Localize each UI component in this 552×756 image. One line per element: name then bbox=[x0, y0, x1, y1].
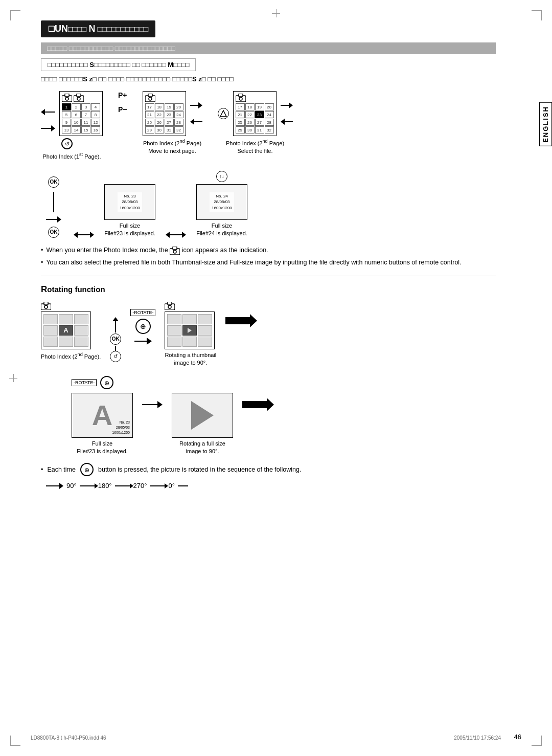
grid-cell-3-21: 21 bbox=[236, 111, 245, 118]
grid-cell-1-3: 3 bbox=[81, 103, 90, 110]
grid-cell-2-21: 21 bbox=[145, 111, 154, 118]
footer-right: 2005/11/10 17:56:24 bbox=[454, 735, 501, 741]
file-info-2: No. 24 28/05/03 1600x1200 bbox=[210, 192, 234, 212]
svg-text:⊕: ⊕ bbox=[104, 380, 109, 387]
grid-cell-3-18: 18 bbox=[245, 103, 255, 110]
subtitle-box: □□□□□□□□□□ S□□□□□□□□□ □□ □□□□□□ M□□□□ bbox=[41, 58, 196, 71]
rotate-btn-icon-1: ⊕ bbox=[135, 318, 151, 335]
file-res-2: 1600x1200 bbox=[212, 205, 232, 211]
start-arrow bbox=[46, 483, 63, 489]
deg-180: 180° bbox=[98, 482, 112, 490]
svg-rect-4 bbox=[77, 94, 81, 97]
thumb-arrow-icon bbox=[188, 328, 192, 333]
file-no-2: No. 24 bbox=[212, 193, 232, 199]
arrow-left-2a bbox=[190, 119, 202, 125]
thumb-cell-1-3 bbox=[74, 314, 88, 324]
rotate-btn-icon-full: ⊕ bbox=[100, 375, 114, 390]
caption-fullsize-a: Full sizeFile#23 is displayed. bbox=[72, 440, 133, 456]
file-res-a: 1600x1200 bbox=[112, 430, 130, 435]
thumb-cell-2-7 bbox=[167, 337, 181, 347]
grid-cell-1-2: 2 bbox=[72, 103, 81, 110]
corner-tl bbox=[10, 10, 20, 20]
grid-cell-1-5: 5 bbox=[62, 111, 71, 118]
thumb-cell-2-2 bbox=[182, 314, 197, 324]
nav-above-2: ↑↓ bbox=[196, 171, 247, 182]
grid-body-2: 17 18 19 20 21 22 23 24 25 26 27 bbox=[145, 103, 183, 134]
thumb-grid-1: A bbox=[43, 314, 88, 347]
grid-cell-1-14: 14 bbox=[72, 126, 81, 134]
grid-cell-3-25: 25 bbox=[236, 119, 245, 126]
rotate-icon-1: ↺ bbox=[61, 138, 73, 149]
arrow-left-1 bbox=[41, 109, 55, 115]
thick-arrow-right-2 bbox=[242, 401, 268, 408]
center-mark-top bbox=[272, 9, 280, 17]
two-head-arrow-2 bbox=[166, 232, 186, 238]
grid-cell-3-24: 24 bbox=[265, 111, 274, 118]
rotate-label-row-full: -ROTATE- ⊕ bbox=[72, 375, 133, 390]
rotation-note: • Each time ⊕ button is pressed, the pic… bbox=[41, 462, 496, 477]
subtitle-gray: □□□□□ □□□□□□□□□□□ □□□□□□□□□□□□□□□ bbox=[41, 42, 496, 54]
rotation-note-end: button is pressed, the picture is rotate… bbox=[98, 466, 301, 473]
thumb-cell-2-6 bbox=[198, 325, 212, 336]
grid-cell-2-17: 17 bbox=[145, 103, 154, 110]
thumb-cell-1-a: A bbox=[59, 325, 73, 336]
svg-rect-22 bbox=[168, 302, 172, 305]
grid-header-1 bbox=[62, 94, 100, 102]
diagram-with-arrows-3: 17 18 19 20 21 22 23 24 25 26 27 bbox=[218, 91, 293, 136]
arrows-2 bbox=[190, 102, 202, 125]
rotate-label-tag-full: -ROTATE- bbox=[72, 379, 97, 386]
deg-270: 270° bbox=[133, 482, 147, 490]
fullsize-display-1: No. 23 28/05/03 1600x1200 bbox=[104, 184, 155, 220]
rotation-block-1: A Photo Index (2nd Page). bbox=[41, 302, 101, 361]
grid-cell-3-26: 26 bbox=[245, 119, 255, 126]
file-no-1: No. 23 bbox=[120, 193, 140, 199]
caption-2: Photo Index (2nd Page)Move to next page. bbox=[143, 138, 201, 155]
grid-cell-1-6: 6 bbox=[72, 111, 81, 118]
arrow-between-full bbox=[142, 401, 163, 408]
degree-sequence: 90° 180° 270° 0° bbox=[46, 482, 496, 490]
rotation-grid-container-2 bbox=[165, 302, 215, 349]
ok-arrow-right bbox=[46, 216, 61, 223]
grid-cell-2-32: 32 bbox=[174, 126, 183, 134]
arrow-right-1 bbox=[41, 125, 55, 131]
fullsize-row: OK OK No. 23 28/05/ bbox=[46, 171, 496, 238]
rotation-top-row: A Photo Index (2nd Page). bbox=[41, 302, 496, 367]
rotated-fullsize-block: Rotating a full sizeimage to 90°. bbox=[172, 375, 233, 456]
note-1: • When you enter the Photo Index mode, t… bbox=[41, 245, 496, 255]
thumb-grid-2 bbox=[167, 314, 212, 347]
grid-cell-1-11: 11 bbox=[81, 119, 90, 126]
file-date-a: 28/05/03 bbox=[112, 425, 130, 430]
grid-container-2: 17 18 19 20 21 22 23 24 25 26 27 bbox=[143, 91, 186, 136]
grid-cell-1-10: 10 bbox=[72, 119, 81, 126]
notes-section: • When you enter the Photo Index mode, t… bbox=[41, 245, 496, 268]
ok-button-1: OK bbox=[48, 176, 59, 188]
fullsize-a-display: A No. 23 28/05/03 1600x1200 bbox=[72, 393, 133, 438]
section-divider bbox=[41, 276, 496, 276]
note-bullet-2: • bbox=[41, 257, 43, 268]
camera-icon-2 bbox=[145, 94, 155, 102]
end-line bbox=[178, 485, 188, 486]
sidebar-english-label: ENGLISH bbox=[539, 102, 552, 146]
direction-icon bbox=[220, 110, 227, 117]
thumb-cell-1-7 bbox=[43, 337, 58, 347]
description-line: □□□□ □□□□□□S z□ □□ □□□□ □□□□□□□□□□□ □□□□… bbox=[41, 75, 496, 83]
grid-cell-3-28: 28 bbox=[265, 119, 274, 126]
grid-cell-2-22: 22 bbox=[155, 111, 164, 118]
photo-index-grid-1: 1 2 3 4 5 6 7 8 9 10 11 bbox=[59, 91, 103, 136]
page-number: 46 bbox=[514, 733, 521, 741]
rotation-bottom-row: -ROTATE- ⊕ A No. 23 28/05/03 1600x1200 bbox=[72, 375, 496, 456]
file-info-1: No. 23 28/05/03 1600x1200 bbox=[118, 192, 142, 212]
up-shaft bbox=[115, 321, 116, 332]
main-content: ❑UN□□□□ N □□□□□□□□□□□ □□□□□ □□□□□□□□□□□ … bbox=[41, 20, 496, 490]
thumb-cell-2-3 bbox=[198, 314, 212, 324]
grid-cell-2-28: 28 bbox=[174, 119, 183, 126]
grid-cell-3-29: 29 bbox=[236, 126, 245, 134]
corner-br bbox=[532, 736, 542, 746]
fullsize-block-2: ↑↓ No. 24 28/05/03 1600x1200 Full sizeFi… bbox=[196, 171, 247, 238]
caption-3: Photo Index (2nd Page)Select the file. bbox=[226, 138, 284, 155]
diagram-with-arrows-2: 17 18 19 20 21 22 23 24 25 26 27 bbox=[143, 91, 202, 136]
grid-cell-1-12: 12 bbox=[91, 119, 100, 126]
thumb-cell-2-9 bbox=[198, 337, 212, 347]
cam-icon-rot-1 bbox=[41, 302, 51, 310]
thumb-cell-2-4 bbox=[167, 325, 181, 336]
